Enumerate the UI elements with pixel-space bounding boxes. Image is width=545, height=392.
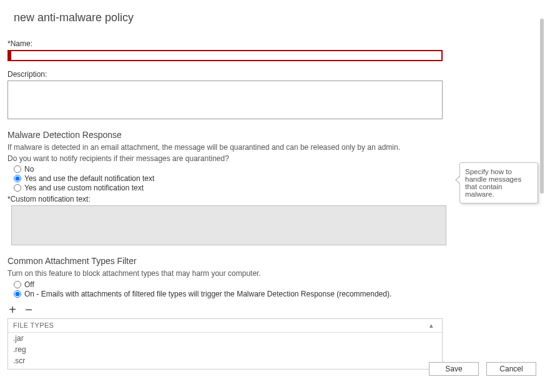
catf-radio-on-label: On - Emails with attachments of filtered…	[24, 290, 391, 298]
mdr-radio-yes-default[interactable]: Yes and use the default notification tex…	[14, 174, 435, 183]
table-row[interactable]: .reg	[8, 344, 442, 355]
catf-radio-on[interactable]: On - Emails with attachments of filtered…	[14, 290, 435, 298]
table-row[interactable]: .scr	[8, 355, 442, 366]
name-input[interactable]	[7, 50, 443, 61]
mdr-radio-no-input[interactable]	[14, 165, 21, 173]
mdr-radio-yes-custom[interactable]: Yes and use custom notification text	[14, 184, 435, 192]
catf-radio-off-label: Off	[24, 280, 34, 289]
filetypes-table: FILE TYPES ▲ .jar .reg .scr	[7, 318, 443, 370]
remove-button[interactable]: −	[24, 303, 34, 316]
mdr-radio-no[interactable]: No	[14, 165, 435, 174]
cancel-button[interactable]: Cancel	[486, 362, 536, 376]
save-button[interactable]: Save	[429, 362, 479, 376]
mdr-radio-no-label: No	[24, 165, 34, 174]
mdr-desc-1: If malware is detected in an email attac…	[7, 142, 435, 152]
mdr-radio-yes-custom-label: Yes and use custom notification text	[24, 184, 144, 192]
page-title: new anti-malware policy	[14, 11, 435, 24]
description-input[interactable]	[7, 81, 443, 119]
name-label: Name:	[7, 39, 435, 48]
custom-text-input	[11, 205, 446, 245]
filetypes-body[interactable]: .jar .reg .scr	[8, 333, 442, 369]
filetypes-header-label: FILE TYPES	[13, 321, 428, 329]
description-label: Description:	[7, 70, 435, 79]
mdr-radio-yes-custom-input[interactable]	[14, 184, 21, 192]
catf-heading: Common Attachment Types Filter	[7, 256, 435, 266]
mdr-radio-yes-default-input[interactable]	[14, 175, 21, 182]
catf-desc: Turn on this feature to block attachment…	[7, 268, 435, 278]
catf-radio-off[interactable]: Off	[14, 280, 435, 289]
add-button[interactable]: +	[7, 303, 17, 316]
filetypes-header-row[interactable]: FILE TYPES ▲	[8, 319, 442, 333]
sort-asc-icon: ▲	[428, 322, 435, 329]
catf-radio-off-input[interactable]	[14, 281, 21, 288]
catf-radio-on-input[interactable]	[14, 290, 21, 298]
mdr-heading: Malware Detection Response	[7, 130, 435, 140]
mdr-radio-yes-default-label: Yes and use the default notification tex…	[24, 174, 154, 183]
custom-text-label: Custom notification text:	[7, 195, 435, 203]
help-callout: Specify how to handle messages that cont…	[459, 162, 538, 203]
page-scrollbar[interactable]	[540, 19, 544, 194]
mdr-desc-2: Do you want to notify recipients if thei…	[7, 154, 435, 164]
table-row[interactable]: .jar	[8, 333, 442, 344]
